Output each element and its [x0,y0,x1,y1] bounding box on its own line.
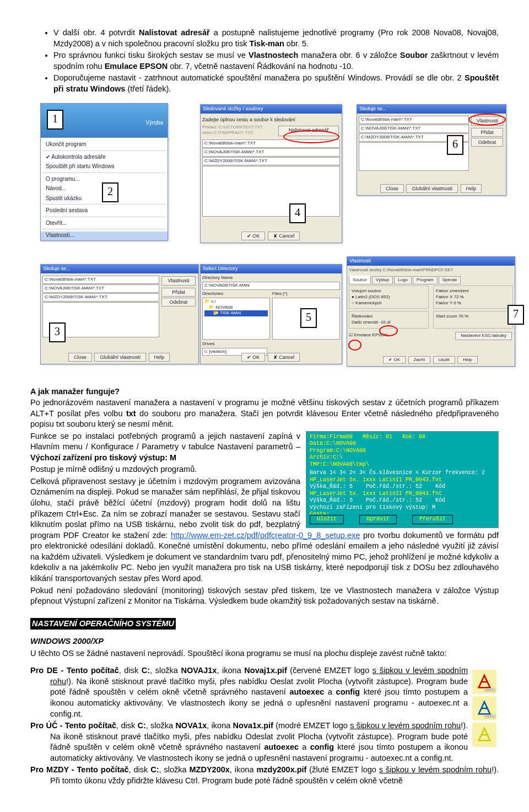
os-heading: NASTAVENÍ OPERAČNÍHO SYSTÉMU [30,618,176,630]
num-7: 7 [508,305,524,325]
num-6: 6 [447,135,463,155]
bullet-list: V další obr. 4 potvrdit Nalistovat adres… [30,28,499,94]
num-4: 4 [289,203,306,223]
num-3: 3 [49,322,66,342]
manager-p6: Pokud není požadováno sledování (monitor… [30,585,499,607]
bullet-3: Doporučujeme nastavit - zatrhnout automa… [53,73,499,94]
icon-column: 201x 201x [472,668,499,749]
os-mzdy: Pro MZDY - Tento počítač, disk C:, složk… [30,765,499,786]
red-circle-7b [348,340,361,351]
emzet-icon-blue: 201x [472,696,496,720]
manager-section: A jak manažer funguje? Po jednorázovém n… [30,386,499,606]
emzet-icon-yellow [472,723,496,747]
screenshot-7: Vlastnosti Vlastnosti složky C:\Nova08\t… [347,256,515,367]
os-uc: Pro ÚČ - Tento počítač, disk C:, složka … [30,720,499,763]
num-2: 2 [102,182,118,202]
pdfcreator-link[interactable]: http://www.em-zet.cz/pdf/pdfcreator-0_9_… [171,531,360,540]
emzet-icon-red: 201x [472,670,496,694]
manager-p1: Po jednorázovém nastavení manažera a nas… [30,397,499,430]
num-1: 1 [47,110,63,130]
screenshot-5: Select Directory Directory Name C:\NOVA0… [200,264,342,364]
os-section: NASTAVENÍ OPERAČNÍHO SYSTÉMU WINDOWS 200… [30,618,499,788]
bullet-2: Pro správnou funkci tisku širokých sesta… [53,50,499,72]
os-de: Pro DE - Tento počítač, disk C:, složka … [30,665,499,719]
screenshot-6: Sleduje se... C:\Nova08\tisk-man\*.TXT C… [357,104,506,196]
screenshot-4: Sledované složky / soubory Zadejte úplno… [200,104,342,243]
figure-mosaic: Výroba Ukončit program ✔ Autokontrola ad… [30,101,499,373]
manager-heading: A jak manažer funguje? [30,386,499,397]
num-5: 5 [300,308,317,328]
screenshot-3: Sleduje se... C:\Nova08\tisk-man\*.TXT C… [40,264,199,364]
dos-screenshot: Firma:Firma08 Měsíc: 01 Rok: 08 Data:C:\… [306,431,499,528]
bullet-1: V další obr. 4 potvrdit Nalistovat adres… [53,28,499,49]
